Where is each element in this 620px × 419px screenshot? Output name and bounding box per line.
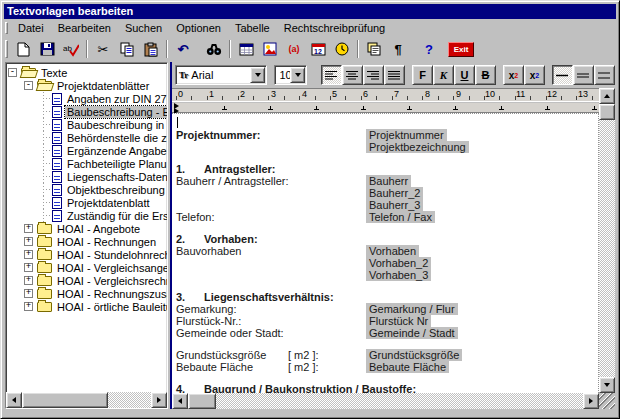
font-family-select[interactable]: Tr Arial bbox=[175, 65, 267, 85]
menu-suchen[interactable]: Suchen bbox=[118, 21, 169, 35]
font-size-select[interactable]: 10 bbox=[274, 65, 307, 85]
superscript-button[interactable]: x2 bbox=[503, 65, 524, 85]
tree-item-folder[interactable]: +HOAI - Rechnungen bbox=[8, 235, 167, 248]
tree-expand-toggle[interactable]: + bbox=[24, 224, 33, 233]
tree-collapse-toggle[interactable]: - bbox=[24, 81, 33, 90]
save-button[interactable] bbox=[35, 39, 59, 60]
strikethrough-button[interactable]: B bbox=[475, 65, 496, 85]
menu-bearbeiten[interactable]: Bearbeiten bbox=[51, 21, 118, 35]
tab-stop-marker[interactable] bbox=[314, 106, 319, 110]
insert-image-button[interactable] bbox=[258, 39, 282, 60]
undo-button[interactable]: ↶ bbox=[171, 39, 195, 60]
align-justify-button[interactable] bbox=[384, 65, 405, 85]
tree-item[interactable]: Liegenschafts-Datenblatt bbox=[8, 170, 167, 183]
tree-item[interactable]: Angaben zur DIN 276 bbox=[8, 92, 167, 105]
scrollbar-track[interactable] bbox=[108, 392, 151, 408]
tree-item[interactable]: Ergänzende Angaben zur bbox=[8, 144, 167, 157]
tree-item-folder[interactable]: +HOAI - Stundelohnrechnunge bbox=[8, 248, 167, 261]
font-size-dropdown-button[interactable] bbox=[290, 67, 305, 83]
tree-item-folder[interactable]: +HOAI - Rechnungszusammen bbox=[8, 287, 167, 300]
title-bar[interactable]: Textvorlagen bearbeiten bbox=[4, 4, 616, 19]
find-button[interactable] bbox=[202, 39, 226, 60]
scrollbar-thumb[interactable] bbox=[599, 104, 615, 120]
insert-table-button[interactable] bbox=[234, 39, 258, 60]
scrollbar-thumb[interactable] bbox=[22, 392, 108, 408]
toolbar-grip[interactable] bbox=[5, 40, 8, 58]
exit-button[interactable]: Exit bbox=[448, 42, 474, 57]
tree-item-selected[interactable]: Baubeschreibung - Eingab bbox=[8, 105, 167, 118]
scrollbar-track[interactable] bbox=[599, 120, 615, 377]
tree-item[interactable]: Zuständig für die Erschlie bbox=[8, 209, 167, 222]
tree-expand-toggle[interactable]: + bbox=[24, 237, 33, 246]
show-paragraph-marks-button[interactable]: ¶ bbox=[386, 39, 410, 60]
tree-expand-toggle[interactable]: + bbox=[24, 250, 33, 259]
menubar-grip[interactable] bbox=[5, 22, 8, 33]
resize-grip[interactable] bbox=[599, 393, 615, 409]
insert-time-button[interactable] bbox=[330, 39, 354, 60]
ruler[interactable]: 0 1 2 3 4 5 6 7 8 9 10 11 12 13 14 bbox=[172, 88, 599, 102]
tree-expand-toggle[interactable]: + bbox=[24, 276, 33, 285]
menu-rechtschreibpruefung[interactable]: Rechtschreibprüfung bbox=[277, 21, 393, 35]
tree-item[interactable]: Objektbeschreibung bbox=[8, 183, 167, 196]
document-edit-area[interactable]: Projektnummer:Projektnummer Projektbezei… bbox=[172, 113, 599, 393]
scroll-left-button[interactable] bbox=[6, 392, 22, 408]
line-spacing-double-button[interactable] bbox=[594, 65, 615, 85]
tab-stop-marker[interactable] bbox=[361, 106, 366, 110]
tree-collapse-toggle[interactable]: - bbox=[8, 68, 17, 77]
align-right-button[interactable] bbox=[363, 65, 384, 85]
tree-horizontal-scrollbar[interactable] bbox=[6, 392, 167, 408]
scroll-left-button[interactable] bbox=[172, 393, 188, 409]
tree-item-folder[interactable]: +HOAI - Vergleichsrechnung bbox=[8, 274, 167, 287]
insert-date-button[interactable]: 12 bbox=[306, 39, 330, 60]
insert-field-button[interactable]: (a) bbox=[282, 39, 306, 60]
folder-icon bbox=[37, 237, 52, 247]
align-center-button[interactable] bbox=[342, 65, 363, 85]
indent-strip[interactable] bbox=[172, 103, 599, 113]
italic-button[interactable]: K bbox=[433, 65, 454, 85]
help-button[interactable]: ? bbox=[417, 39, 441, 60]
paste-button[interactable] bbox=[139, 39, 163, 60]
tree-item-texte[interactable]: - Texte bbox=[8, 66, 167, 79]
tree-expand-toggle[interactable]: + bbox=[24, 289, 33, 298]
tree-item-projektdatenblaetter[interactable]: - Projektdatenblätter bbox=[8, 79, 167, 92]
subscript-button[interactable]: x2 bbox=[524, 65, 545, 85]
tab-stop-marker[interactable] bbox=[268, 106, 273, 110]
editor-vertical-scrollbar[interactable] bbox=[599, 88, 615, 393]
line-spacing-onehalf-button[interactable] bbox=[573, 65, 594, 85]
tree-item-folder[interactable]: +HOAI - örtliche Bauleitung bbox=[8, 300, 167, 313]
copy-button[interactable] bbox=[115, 39, 139, 60]
tree-item[interactable]: Projektdatenblatt bbox=[8, 196, 167, 209]
menu-datei[interactable]: Datei bbox=[11, 21, 51, 35]
format-paragraph-button[interactable] bbox=[362, 39, 386, 60]
tree-item-folder[interactable]: +HOAI - Vergleichsangebot bbox=[8, 261, 167, 274]
font-family-dropdown-button[interactable] bbox=[250, 67, 265, 83]
tree-item-folder[interactable]: +HOAI - Angebote bbox=[8, 222, 167, 235]
tab-stop-marker[interactable] bbox=[545, 106, 550, 110]
underline-button[interactable]: U bbox=[454, 65, 475, 85]
scrollbar-track[interactable] bbox=[216, 393, 583, 409]
menu-tabelle[interactable]: Tabelle bbox=[228, 21, 277, 35]
scroll-down-button[interactable] bbox=[599, 377, 615, 393]
scroll-right-button[interactable] bbox=[151, 392, 167, 408]
align-left-button[interactable] bbox=[321, 65, 342, 85]
cut-button[interactable]: ✂ bbox=[91, 39, 115, 60]
menu-optionen[interactable]: Optionen bbox=[169, 21, 228, 35]
tree-item[interactable]: Baubeschreibung in Kurzf bbox=[8, 118, 167, 131]
tab-stop-marker[interactable] bbox=[407, 106, 412, 110]
tree-item[interactable]: Fachbeteiligte Planungsb bbox=[8, 157, 167, 170]
tab-stop-marker[interactable] bbox=[499, 106, 504, 110]
scroll-up-button[interactable] bbox=[599, 88, 615, 104]
line-spacing-single-button[interactable] bbox=[552, 65, 573, 85]
new-document-button[interactable] bbox=[11, 39, 35, 60]
tree-expand-toggle[interactable]: + bbox=[24, 302, 33, 311]
tab-stop-marker[interactable] bbox=[592, 106, 597, 110]
tab-stop-marker[interactable] bbox=[453, 106, 458, 110]
tab-stop-marker[interactable] bbox=[222, 106, 227, 110]
bold-button[interactable]: F bbox=[412, 65, 433, 85]
tree-expand-toggle[interactable]: + bbox=[24, 263, 33, 272]
scroll-right-button[interactable] bbox=[583, 393, 599, 409]
scrollbar-thumb[interactable] bbox=[188, 393, 216, 409]
editor-horizontal-scrollbar[interactable] bbox=[172, 393, 599, 409]
spellcheck-button[interactable]: ab bbox=[59, 39, 83, 60]
tree-item[interactable]: Behördenstelle die zu hör bbox=[8, 131, 167, 144]
